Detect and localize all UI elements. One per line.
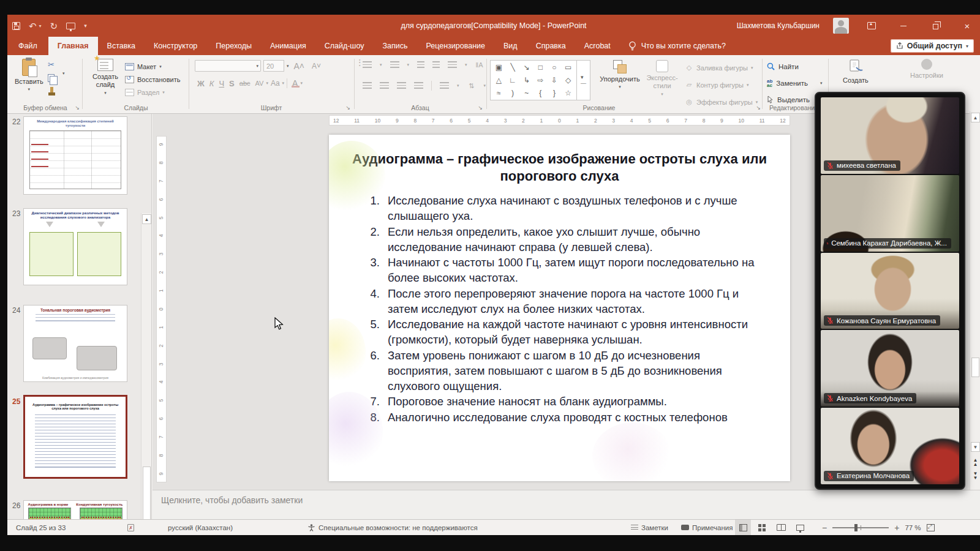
align-left-icon[interactable]	[363, 82, 372, 89]
acrobat-settings-button[interactable]: Настройки	[910, 59, 943, 79]
shape-fill-button[interactable]: ◇Заливка фигуры▾	[685, 61, 758, 74]
zoom-slider[interactable]	[832, 527, 889, 528]
ribbon-tab[interactable]: Вид	[494, 37, 527, 55]
shape-icon[interactable]: ≈	[497, 89, 501, 97]
zoom-slider-thumb[interactable]	[854, 524, 858, 531]
cut-icon[interactable]: ✂	[48, 60, 55, 69]
align-right-icon[interactable]	[397, 82, 406, 89]
zoom-out-button[interactable]: −	[822, 523, 827, 533]
slide-editing-surface[interactable]: Аудиограмма – графическое изображение ос…	[329, 135, 790, 481]
accessibility-indicator[interactable]: Специальные возможности: не поддерживают…	[307, 520, 478, 535]
shape-icon[interactable]: ↳	[524, 77, 530, 84]
reset-button[interactable]: Восстановить	[125, 73, 180, 86]
reading-view-button[interactable]	[773, 520, 789, 535]
arrange-button[interactable]: Упорядочить▾	[597, 60, 643, 89]
ribbon-tab[interactable]: Acrobat	[575, 37, 620, 55]
share-button[interactable]: Общий доступ ▾	[891, 39, 974, 53]
shape-icon[interactable]: ☆	[565, 89, 571, 97]
ribbon-tab[interactable]: Вставка	[98, 37, 145, 55]
shape-icon[interactable]: {	[539, 89, 541, 97]
shape-icon[interactable]: ⇨	[537, 77, 543, 84]
bullets-icon[interactable]	[363, 61, 372, 69]
line-spacing-icon[interactable]	[448, 61, 457, 69]
notes-placeholder[interactable]: Щелкните, чтобы добавить заметки	[161, 495, 303, 505]
scroll-up-icon[interactable]: ▲	[971, 113, 980, 122]
ribbon-tab[interactable]: Рецензирование	[417, 37, 494, 55]
shape-icon[interactable]: ◇	[565, 77, 571, 84]
change-case-button[interactable]: Aa	[268, 79, 282, 88]
restore-button[interactable]	[926, 18, 944, 34]
slide-thumbnail-23[interactable]: Диагностический диапазон различных метод…	[23, 208, 127, 285]
align-text-icon[interactable]: ⇅	[467, 82, 476, 90]
undo-chevron-icon[interactable]: ▾	[39, 23, 42, 29]
redo-icon[interactable]: ↻	[50, 21, 58, 31]
shape-icon[interactable]: ↘	[524, 64, 530, 71]
shape-icon[interactable]: ▣	[496, 64, 502, 71]
shape-effects-button[interactable]: ◎Эффекты фигуры▾	[685, 96, 758, 108]
participant-tile[interactable]: Сембина Каракат Дарибаевна, Ж...	[821, 175, 959, 252]
shape-icon[interactable]: ~	[524, 89, 529, 97]
normal-view-button[interactable]	[735, 520, 751, 535]
ribbon-display-options-button[interactable]	[862, 18, 881, 34]
justify-icon[interactable]	[414, 82, 423, 89]
section-button[interactable]: Раздел▾	[125, 86, 180, 99]
new-slide-button[interactable]: Создать слайд▾	[88, 59, 123, 96]
italic-button[interactable]: К	[207, 79, 217, 88]
minimize-button[interactable]	[894, 18, 913, 34]
notes-pane[interactable]: Щелкните, чтобы добавить заметки	[153, 490, 980, 519]
next-slide-icon[interactable]: ▼▼	[971, 471, 979, 480]
participant-tile[interactable]: Кожанова Сауян Ермуратовна	[821, 253, 959, 329]
shape-icon[interactable]: )	[511, 89, 514, 97]
tell-me-search[interactable]: Что вы хотите сделать?	[620, 37, 734, 55]
ribbon-tab[interactable]: Главная	[48, 37, 98, 55]
fit-to-window-icon[interactable]	[927, 524, 935, 531]
thumbnail-scroll-thumb[interactable]	[143, 467, 151, 520]
shape-icon[interactable]: ○	[552, 64, 556, 71]
slideshow-view-button[interactable]	[792, 520, 808, 535]
text-direction-icon[interactable]: ǁA	[475, 61, 484, 69]
shape-icon[interactable]: △	[496, 77, 502, 84]
thumbnail-scroll-up-icon[interactable]: ▲	[142, 214, 151, 224]
start-slideshow-icon[interactable]	[66, 23, 75, 29]
font-color-button[interactable]: А	[290, 78, 300, 88]
font-size-chevron-icon[interactable]: ▾	[287, 64, 289, 69]
replace-button[interactable]: abac Заменить ▾	[767, 77, 823, 89]
layout-button[interactable]: Макет▾	[125, 60, 180, 73]
character-spacing-button[interactable]: AV	[253, 80, 266, 87]
columns-icon[interactable]	[440, 82, 449, 89]
ribbon-tab[interactable]: Конструктор	[145, 37, 206, 55]
paragraph-dialog-launcher-icon[interactable]: ↘	[478, 105, 483, 111]
shape-icon[interactable]: ▭	[565, 64, 571, 71]
paste-button[interactable]: Вставить▾	[15, 59, 43, 92]
ribbon-tab[interactable]: Запись	[373, 37, 417, 55]
ribbon-tab[interactable]: Анимация	[261, 37, 315, 55]
ribbon-tab[interactable]: Слайд-шоу	[315, 37, 374, 55]
participant-tile[interactable]: Екатерина Молчанова	[821, 408, 959, 484]
font-dialog-launcher-icon[interactable]: ↘	[345, 105, 350, 111]
spellcheck-indicator[interactable]: ✗	[127, 520, 134, 535]
customize-qat-icon[interactable]: ▾	[84, 23, 86, 29]
drawing-dialog-launcher-icon[interactable]: ↘	[756, 105, 761, 111]
numbering-icon[interactable]	[390, 61, 399, 69]
copy-chevron-icon[interactable]: ▾	[62, 71, 65, 76]
main-scroll-thumb[interactable]	[971, 358, 979, 377]
slide-counter[interactable]: Слайд 25 из 33	[16, 520, 66, 535]
undo-icon[interactable]: ↶	[29, 21, 37, 31]
previous-slide-icon[interactable]: ▲▲	[971, 458, 979, 467]
align-center-icon[interactable]	[380, 82, 389, 89]
text-shadow-button[interactable]: S	[227, 79, 237, 88]
ribbon-tab[interactable]: Переходы	[206, 37, 261, 55]
underline-button[interactable]: Ч	[216, 79, 227, 88]
find-button[interactable]: Найти	[767, 60, 823, 73]
ribbon-tab[interactable]: Справка	[527, 37, 575, 55]
decrease-indent-icon[interactable]	[417, 61, 424, 69]
participant-tile[interactable]: михеева светлана	[821, 97, 959, 174]
ribbon-tab[interactable]: Файл	[7, 37, 48, 55]
create-pdf-button[interactable]: Создать	[843, 59, 869, 84]
language-indicator[interactable]: русский (Казахстан)	[168, 520, 233, 535]
font-name-input[interactable]: ▾	[195, 60, 261, 72]
slide-thumbnail-24[interactable]: Тональная пороговая аудиометрия Комбинац…	[23, 305, 127, 382]
font-size-input[interactable]: 20	[263, 60, 284, 72]
slide-body-list[interactable]: Исследование слуха начинают с воздушных …	[383, 193, 766, 425]
shape-icon[interactable]: ⇩	[551, 77, 557, 84]
